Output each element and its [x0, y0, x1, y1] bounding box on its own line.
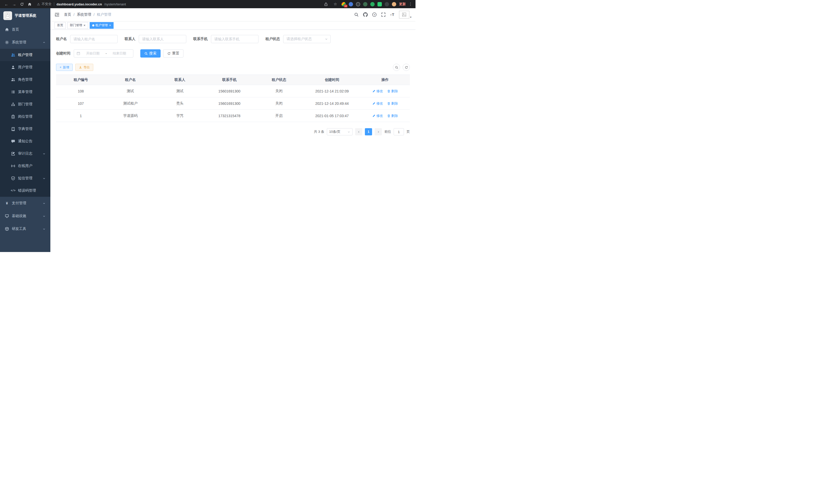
cube-icon — [5, 227, 9, 231]
close-icon[interactable]: × — [84, 24, 86, 27]
goto-page-input[interactable] — [394, 128, 404, 136]
pagination: 共 3 条 10条/页 1 前往 页 — [56, 128, 410, 136]
edit-label: 修改 — [376, 101, 383, 106]
sidebar-item-user[interactable]: 用户管理 — [0, 61, 50, 73]
code-icon: </> — [11, 188, 15, 192]
delete-label: 删除 — [391, 89, 398, 93]
sidebar-item-system[interactable]: 系统管理 — [0, 36, 50, 49]
address-bar[interactable]: ⚠ 不安全 dashboard.yudao.iocoder.cn/system/… — [37, 2, 321, 6]
tag-label: 部门管理 — [70, 23, 82, 28]
sidebar-item-role[interactable]: 角色管理 — [0, 73, 50, 86]
sidebar-logo-row[interactable]: 芋道管理系统 — [0, 8, 50, 23]
filter-status: 租户状态 请选择租户状态 — [265, 35, 331, 43]
next-page-button[interactable] — [375, 128, 382, 136]
refresh-table-button[interactable] — [403, 64, 410, 71]
user-menu[interactable]: ▾ — [399, 11, 411, 19]
field-label: 租户状态 — [265, 37, 280, 41]
tag-home[interactable]: 首页 — [55, 22, 66, 29]
warning-icon: ⚠ — [37, 2, 40, 6]
extension-icon-6[interactable] — [377, 2, 382, 6]
sidebar-item-menu[interactable]: 菜单管理 — [0, 86, 50, 98]
sidebar-item-sms[interactable]: 短信管理 — [0, 172, 50, 184]
id-badge-icon — [11, 115, 15, 119]
sidebar-item-infra[interactable]: 基础设施 — [0, 210, 50, 223]
page-size-select[interactable]: 10条/页 — [327, 128, 352, 136]
extension-icon-1[interactable]: 10 — [342, 2, 346, 6]
breadcrumb-separator: / — [74, 12, 75, 17]
browser-update-button[interactable]: 更新 — [399, 2, 406, 6]
add-button-label: 新增 — [63, 65, 69, 69]
export-button[interactable]: 导出 — [75, 64, 93, 71]
forward-icon[interactable]: → — [11, 1, 18, 7]
cell-created: 2021-12-14 20:49:44 — [304, 97, 360, 110]
browser-home-icon[interactable] — [26, 1, 33, 7]
trash-icon — [387, 102, 390, 105]
edit-icon — [372, 114, 375, 117]
cell-phone: 15601691300 — [204, 85, 254, 97]
delete-button[interactable]: 删除 — [387, 89, 398, 93]
delete-button[interactable]: 删除 — [387, 114, 398, 118]
sidebar-item-post[interactable]: 岗位管理 — [0, 111, 50, 123]
calendar-icon — [77, 52, 80, 55]
search-button[interactable]: 搜索 — [140, 49, 161, 58]
breadcrumb: 首页 / 系统管理 / 租户管理 — [64, 12, 111, 17]
end-date-placeholder[interactable]: 结束日期 — [108, 51, 131, 56]
sidebar-item-label: 审计日志 — [18, 151, 32, 156]
svg-text:?: ? — [374, 13, 375, 16]
sidebar-item-home[interactable]: 首页 — [0, 23, 50, 36]
fullscreen-icon[interactable] — [381, 12, 386, 17]
sidebar-item-notice[interactable]: 通知公告 — [0, 135, 50, 147]
sidebar-item-errorcode[interactable]: </> 错误码管理 — [0, 184, 50, 197]
toggle-search-button[interactable] — [393, 64, 400, 71]
sidebar-item-label: 通知公告 — [18, 139, 32, 144]
github-icon[interactable] — [363, 12, 368, 17]
sidebar-item-dict[interactable]: 字典管理 — [0, 123, 50, 135]
extension-icon-5[interactable] — [370, 2, 375, 6]
page-number-button[interactable]: 1 — [365, 128, 372, 136]
edit-button[interactable]: 修改 — [372, 114, 383, 118]
prev-page-button[interactable] — [355, 128, 362, 136]
profile-avatar-icon[interactable] — [392, 2, 396, 6]
sidebar-item-audit[interactable]: 审计日志 — [0, 147, 50, 160]
security-status[interactable]: ⚠ 不安全 — [37, 2, 52, 6]
app-frame: 芋道管理系统 首页 系统管理 租户管理 用户管理 角色管理 — [0, 8, 416, 252]
sidebar-item-devtools[interactable]: 研发工具 — [0, 223, 50, 235]
tenant-name-input[interactable] — [70, 35, 118, 43]
sidebar-item-tenant[interactable]: 租户管理 — [0, 49, 50, 61]
tags-view: 首页 部门管理 × 租户管理 × — [50, 21, 416, 30]
help-icon[interactable]: ? — [372, 12, 377, 17]
filter-contact: 联系人 — [125, 35, 186, 43]
back-icon[interactable]: ← — [3, 1, 10, 7]
phone-input[interactable] — [211, 35, 258, 43]
breadcrumb-system[interactable]: 系统管理 — [77, 12, 91, 17]
date-range-picker[interactable]: 开始日期 - 结束日期 — [74, 49, 133, 58]
reset-button[interactable]: 重置 — [163, 49, 183, 58]
breadcrumb-home[interactable]: 首页 — [64, 12, 71, 17]
extension-icon-7[interactable] — [385, 2, 389, 6]
sidebar-item-dept[interactable]: 部门管理 — [0, 98, 50, 111]
sidebar-item-online[interactable]: 在线用户 — [0, 160, 50, 172]
tag-dept[interactable]: 部门管理 × — [67, 22, 88, 29]
status-select[interactable]: 请选择租户状态 — [283, 35, 331, 43]
sidebar-toggle-icon[interactable] — [55, 12, 60, 17]
close-icon[interactable]: × — [109, 24, 111, 27]
extension-icon-3[interactable] — [356, 2, 360, 6]
edit-button[interactable]: 修改 — [372, 89, 383, 93]
delete-button[interactable]: 删除 — [387, 101, 398, 106]
add-button[interactable]: + 新增 — [56, 64, 73, 71]
edit-button[interactable]: 修改 — [372, 101, 383, 106]
sidebar-item-payment[interactable]: ¥ 支付管理 — [0, 197, 50, 210]
font-size-icon[interactable]: TT — [390, 12, 395, 17]
table-toolbar: + 新增 导出 — [56, 64, 410, 71]
cell-tenant-id: 107 — [56, 97, 106, 110]
extension-icon-2[interactable] — [349, 2, 353, 6]
browser-menu-icon[interactable]: ⋮ — [408, 2, 412, 6]
bookmark-star-icon[interactable]: ☆ — [332, 1, 339, 7]
share-icon[interactable] — [322, 1, 329, 7]
start-date-placeholder[interactable]: 开始日期 — [82, 51, 104, 56]
extension-icon-4[interactable] — [363, 2, 368, 6]
reload-icon[interactable] — [19, 1, 25, 7]
contact-input[interactable] — [139, 35, 186, 43]
search-icon[interactable] — [354, 12, 359, 17]
tag-tenant[interactable]: 租户管理 × — [90, 22, 114, 29]
